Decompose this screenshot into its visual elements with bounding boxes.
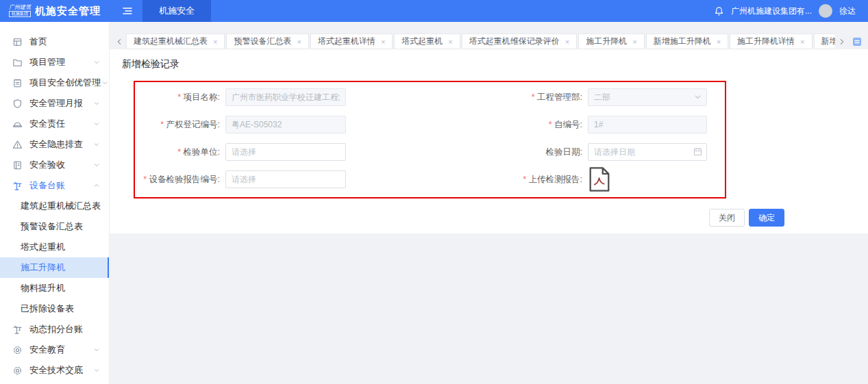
sidebar-item[interactable]: 设备台账 [0,175,109,196]
sidebar-item[interactable]: 动态扣分台账 [0,319,109,340]
pdf-upload-icon[interactable] [588,166,611,192]
tab-label: 施工升降机 [586,36,627,47]
notification-bell-icon[interactable] [714,6,724,16]
form-highlight-box: 项目名称: 工程管理部: 产权登记编号: [134,81,726,199]
gear-icon [12,345,23,355]
sidebar-subitem[interactable]: 塔式起重机 [0,237,109,257]
sidebar-item[interactable]: 安全隐患排查 [0,134,109,155]
sidebar-item[interactable]: 安全责任 [0,114,109,134]
sidebar-item-label: 安全责任 [29,118,92,130]
sidebar: 首页项目管理项目安全创优管理安全管理月报安全责任安全隐患排查安全验收设备台账建筑… [0,22,110,384]
tab-label: 新增施工升降机 [654,36,711,47]
tabs-scroll-right-icon[interactable] [835,34,849,49]
topbar: 广州建筑 机施集团 机施安全管理 机施安全 广州机施建设集团有... 徐达 [0,0,868,22]
sidebar-subitem[interactable]: 物料提升机 [0,278,109,298]
tab[interactable]: 塔式起重机详情× [310,34,393,49]
tab-label: 施工升降机详情 [737,36,795,47]
tab-close-icon[interactable]: × [213,38,217,46]
topnav-tab-active[interactable]: 机施安全 [142,0,211,22]
sidebar-item[interactable]: 安全教育 [0,340,109,360]
confirm-button[interactable]: 确定 [749,209,784,227]
tab[interactable]: 塔式起重机维保记录评价× [462,34,577,49]
inspect-unit-input[interactable] [225,143,346,161]
tab-label: 塔式起重机 [401,36,443,47]
sidebar-item-label: 安全管理月报 [29,97,92,110]
self-no-label: 自编号: [346,119,582,131]
project-name-input [225,88,346,106]
tab-close-icon[interactable]: × [632,38,636,46]
page-title: 新增检验记录 [110,49,868,71]
tab-close-icon[interactable]: × [565,38,569,46]
brand: 广州建筑 机施集团 机施安全管理 [0,0,110,22]
crane-icon [12,181,23,191]
book-icon [12,160,23,170]
sidebar-item[interactable]: 安全验收 [0,155,109,175]
sidebar-item-label: 安全教育 [29,344,92,356]
user-name[interactable]: 徐达 [839,5,856,17]
tab-label: 建筑起重机械汇总表 [134,36,208,47]
dept-label: 工程管理部: [346,92,582,103]
tab-options-icon[interactable] [849,34,865,49]
sidebar-item-label: 设备台账 [29,179,92,192]
sidebar-item[interactable]: 安全管理月报 [0,93,109,114]
sidebar-subitem[interactable]: 施工升降机 [0,257,109,278]
sidebar-item[interactable]: 项目安全创优管理 [0,73,109,93]
tab-close-icon[interactable]: × [448,38,452,46]
content-card: 新增检验记录 项目名称: 工程管理部: 产权登 [110,49,868,233]
tab-close-icon[interactable]: × [297,38,301,46]
avatar[interactable] [819,4,832,18]
chevron-up-icon [92,181,101,190]
chevron-down-icon [101,79,109,87]
sidebar-item-label: 项目安全创优管理 [29,77,101,89]
tabs: 建筑起重机械汇总表×预警设备汇总表×塔式起重机详情×塔式起重机×塔式起重机维保记… [126,34,835,49]
sidebar-item-label: 首页 [29,36,101,48]
report-no-input[interactable] [225,170,346,188]
company-logo: 广州建筑 机施集团 [9,5,31,16]
logo-line1: 广州建筑 [9,5,31,11]
tabs-scroll-left-icon[interactable] [112,34,126,49]
chevron-down-icon [92,346,101,354]
project-name-label: 项目名称: [135,92,220,103]
sidebar-item[interactable]: 安全技术交底 [0,360,109,381]
chevron-down-icon [92,161,101,169]
logo-line2: 机施集团 [9,11,31,17]
tab[interactable]: 施工升降机× [578,34,644,49]
org-name[interactable]: 广州机施建设集团有... [731,5,812,17]
tab[interactable]: 新增施工升降机使用登记记录× [814,34,836,49]
tab[interactable]: 预警设备汇总表× [226,34,308,49]
sidebar-item-label: 动态扣分台账 [29,323,101,335]
self-no-input [588,116,707,133]
sidebar-subitem[interactable]: 建筑起重机械汇总表 [0,196,109,216]
warn-icon [12,140,23,150]
sidebar-item-label: 安全隐患排查 [29,138,92,151]
tab[interactable]: 施工升降机详情× [730,34,812,49]
sidebar-item-label: 项目管理 [29,56,92,68]
form-row: 设备检验报告编号: 上传检测报告: [135,166,725,193]
close-button[interactable]: 关闭 [709,209,745,227]
sidebar-item[interactable]: 首页 [0,31,109,52]
inspect-date-input[interactable] [588,143,707,161]
tab[interactable]: 新增施工升降机× [646,34,728,49]
tab-close-icon[interactable]: × [381,38,385,46]
sidebar-item-label: 安全技术交底 [29,364,92,376]
tab-bar: 建筑起重机械汇总表×预警设备汇总表×塔式起重机详情×塔式起重机×塔式起重机维保记… [110,22,868,49]
sidebar-subitem[interactable]: 已拆除设备表 [0,298,109,319]
app-title: 机施安全管理 [35,5,101,18]
dept-select [588,88,707,106]
form-row: 项目名称: 工程管理部: [135,84,725,111]
property-no-input [225,116,346,133]
tab-close-icon[interactable]: × [800,38,804,46]
inspect-unit-label: 检验单位: [135,146,220,158]
tab-close-icon[interactable]: × [717,38,721,46]
sidebar-collapse-icon[interactable] [122,5,133,16]
chevron-down-icon [92,366,101,374]
inspect-date-label: 检验日期: [346,146,582,158]
tab[interactable]: 塔式起重机× [394,34,460,49]
main-area: 建筑起重机械汇总表×预警设备汇总表×塔式起重机详情×塔式起重机×塔式起重机维保记… [110,22,868,384]
upload-report-label: 上传检测报告: [346,174,582,185]
crane-icon [12,324,23,335]
property-no-label: 产权登记编号: [135,119,220,131]
tab[interactable]: 建筑起重机械汇总表× [126,34,225,49]
sidebar-item[interactable]: 项目管理 [0,52,109,73]
sidebar-subitem[interactable]: 预警设备汇总表 [0,216,109,237]
